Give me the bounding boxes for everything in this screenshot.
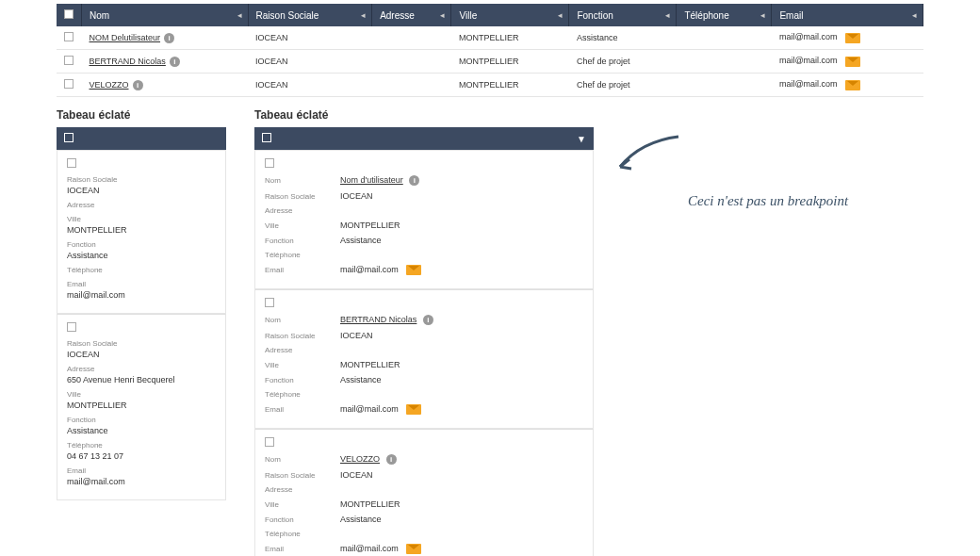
cell-adresse: [372, 50, 451, 74]
checkbox-icon[interactable]: [265, 298, 274, 307]
filter-icon[interactable]: ◂: [361, 10, 366, 20]
cell-ville: MONTPELLIER: [451, 26, 569, 50]
value-ville: MONTPELLIER: [67, 401, 127, 410]
info-icon[interactable]: i: [170, 57, 180, 67]
name-link[interactable]: Nom d'utilisateur: [340, 175, 403, 185]
col-ville[interactable]: Ville◂: [451, 4, 569, 26]
label-ville: Ville: [67, 390, 216, 399]
name-link[interactable]: NOM Delutilisateur: [90, 33, 161, 42]
medium-exploded-view: Tabeau éclaté ▼ NomNom d'utilisateur iRa…: [254, 108, 594, 556]
label-telephone: Téléphone: [265, 251, 340, 259]
label-ville: Ville: [265, 361, 340, 369]
name-link[interactable]: VELOZZO: [340, 454, 380, 464]
data-table: Nom◂ Raison Sociale◂ Adresse◂ Ville◂ Fon…: [57, 4, 923, 97]
label-raison: Raison Sociale: [265, 471, 340, 480]
value-email: mail@mail.com: [340, 265, 583, 275]
value-email: mail@mail.com: [67, 477, 125, 486]
label-fonction: Fonction: [265, 376, 340, 384]
name-link[interactable]: VELOZZO: [90, 80, 129, 90]
checkbox-icon[interactable]: [265, 158, 274, 168]
info-icon[interactable]: i: [409, 175, 419, 186]
dropdown-icon[interactable]: ▼: [577, 134, 586, 144]
table-row: NOM DelutilisateuriIOCEANMONTPELLIERAssi…: [57, 26, 923, 50]
col-nom[interactable]: Nom◂: [82, 4, 249, 26]
table-row: BERTRAND NicolasiIOCEANMONTPELLIERChef d…: [57, 50, 923, 74]
value-ville: MONTPELLIER: [340, 221, 583, 230]
label-adresse: Adresse: [265, 346, 340, 354]
cell-fonction: Assistance: [569, 26, 677, 50]
mail-icon[interactable]: [845, 33, 860, 43]
cell-ville: MONTPELLIER: [451, 50, 569, 74]
info-icon[interactable]: i: [386, 454, 397, 465]
table-row: VELOZZOiIOCEANMONTPELLIERChef de projetm…: [57, 74, 923, 97]
checkbox-icon[interactable]: [64, 9, 74, 19]
mail-icon[interactable]: [406, 404, 421, 415]
value-fonction: Assistance: [340, 236, 583, 245]
checkbox-icon[interactable]: [265, 437, 274, 447]
cell-ville: MONTPELLIER: [451, 74, 569, 97]
name-link[interactable]: BERTRAND Nicolas: [340, 315, 416, 324]
col-telephone[interactable]: Téléphone◂: [677, 4, 772, 26]
heading-narrow: Tabeau éclaté: [57, 108, 226, 122]
filter-icon[interactable]: ◂: [237, 10, 242, 20]
label-email: Email: [265, 545, 340, 553]
filter-icon[interactable]: ◂: [760, 10, 765, 20]
card-header: ▼: [254, 127, 594, 150]
col-adresse[interactable]: Adresse◂: [372, 4, 451, 26]
label-email: Email: [265, 405, 340, 414]
col-fonction[interactable]: Fonction◂: [569, 4, 677, 26]
mail-icon[interactable]: [406, 544, 421, 554]
heading-medium: Tabeau éclaté: [254, 108, 594, 122]
checkbox-icon[interactable]: [64, 79, 74, 89]
filter-icon[interactable]: ◂: [665, 10, 670, 20]
cell-telephone: [677, 74, 772, 97]
checkbox-icon[interactable]: [64, 56, 74, 65]
value-ville: MONTPELLIER: [340, 499, 583, 509]
value-raison: IOCEAN: [67, 186, 100, 195]
label-raison: Raison Sociale: [265, 192, 340, 201]
cell-nom: VELOZZOi: [82, 74, 249, 97]
card: NomVELOZZO iRaison SocialeIOCEANAdresseV…: [254, 429, 594, 556]
label-fonction: Fonction: [67, 240, 216, 249]
checkbox-icon[interactable]: [262, 133, 271, 142]
info-icon[interactable]: i: [164, 33, 174, 43]
label-raison: Raison Sociale: [67, 339, 216, 348]
mail-icon[interactable]: [845, 80, 860, 90]
col-raison[interactable]: Raison Sociale◂: [248, 4, 372, 26]
info-icon[interactable]: i: [133, 80, 143, 90]
name-link[interactable]: BERTRAND Nicolas: [90, 57, 166, 66]
checkbox-icon[interactable]: [64, 32, 74, 41]
value-fonction: Assistance: [67, 251, 108, 260]
col-email[interactable]: Email◂: [772, 4, 923, 26]
checkbox-icon[interactable]: [67, 322, 76, 332]
label-telephone: Téléphone: [265, 390, 340, 399]
label-nom: Nom: [265, 455, 340, 464]
card: NomBERTRAND Nicolas iRaison SocialeIOCEA…: [254, 289, 594, 429]
value-raison: IOCEAN: [67, 350, 100, 359]
label-ville: Ville: [67, 215, 216, 223]
label-fonction: Fonction: [67, 416, 216, 424]
value-email: mail@mail.com: [67, 290, 125, 300]
label-nom: Nom: [265, 176, 340, 185]
arrow-icon: [612, 127, 688, 184]
cell-fonction: Chef de projet: [569, 50, 677, 74]
info-icon[interactable]: i: [423, 315, 433, 325]
value-ville: MONTPELLIER: [67, 225, 127, 235]
filter-icon[interactable]: ◂: [912, 10, 917, 20]
annotation-text: Ceci n'est pas un breakpoint: [688, 193, 923, 209]
narrow-exploded-view: Tabeau éclaté Raison SocialeIOCEANAdress…: [57, 108, 226, 500]
filter-icon[interactable]: ◂: [558, 10, 563, 20]
label-fonction: Fonction: [265, 237, 340, 245]
mail-icon[interactable]: [406, 265, 421, 275]
checkbox-icon[interactable]: [64, 133, 74, 142]
label-ville: Ville: [265, 500, 340, 509]
label-fonction: Fonction: [265, 515, 340, 524]
checkbox-icon[interactable]: [67, 158, 76, 168]
label-adresse: Adresse: [67, 201, 216, 209]
filter-icon[interactable]: ◂: [440, 10, 445, 20]
mail-icon[interactable]: [845, 57, 860, 67]
label-ville: Ville: [265, 221, 340, 230]
value-raison: IOCEAN: [340, 331, 583, 340]
cell-raison: IOCEAN: [248, 26, 372, 50]
header-checkbox-col[interactable]: [57, 4, 82, 26]
